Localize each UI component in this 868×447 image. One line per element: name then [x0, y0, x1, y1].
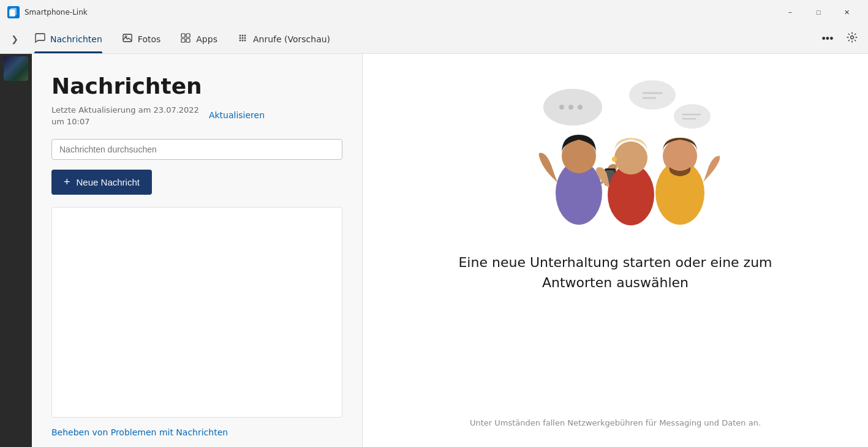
- svg-point-13: [241, 37, 243, 39]
- nachrichten-icon: [34, 32, 45, 46]
- nav-tabs: Nachrichten Fotos Apps: [25, 24, 817, 53]
- tab-anrufe-label: Anrufe (Vorschau): [253, 34, 330, 44]
- svg-point-16: [241, 39, 243, 41]
- anrufe-icon: [237, 32, 248, 46]
- plus-icon: +: [64, 176, 70, 189]
- tab-nachrichten[interactable]: Nachrichten: [25, 24, 112, 53]
- settings-button[interactable]: [841, 28, 863, 50]
- svg-rect-6: [186, 34, 190, 37]
- update-row: Letzte Aktualisierung am 23.07.2022 um 1…: [51, 103, 342, 127]
- app-icon: [7, 6, 20, 18]
- empty-state-text: Eine neue Unterhaltung starten oder eine…: [432, 252, 799, 293]
- more-icon: •••: [822, 32, 834, 45]
- last-update-text: Letzte Aktualisierung am 23.07.2022 um 1…: [51, 103, 199, 127]
- settings-icon: [846, 31, 858, 47]
- svg-point-24: [629, 80, 676, 110]
- svg-point-38: [612, 157, 617, 162]
- title-bar: Smartphone-Link − □ ✕: [0, 0, 868, 24]
- svg-point-21: [559, 105, 564, 110]
- svg-point-9: [239, 34, 241, 36]
- app-title: Smartphone-Link: [25, 8, 88, 17]
- update-time: um 10:07: [51, 117, 90, 126]
- tab-anrufe[interactable]: Anrufe (Vorschau): [227, 24, 340, 53]
- nav-back-chevron[interactable]: ❯: [5, 29, 25, 49]
- svg-point-40: [663, 139, 697, 173]
- window-controls: − □ ✕: [776, 2, 861, 22]
- sidebar-thumbnail: [0, 54, 32, 447]
- apps-icon: [180, 32, 191, 46]
- svg-point-18: [851, 36, 854, 39]
- svg-point-11: [244, 34, 246, 36]
- maximize-button[interactable]: □: [804, 2, 832, 22]
- close-button[interactable]: ✕: [832, 2, 861, 22]
- fotos-icon: [122, 32, 133, 46]
- search-input[interactable]: [59, 145, 334, 154]
- svg-point-22: [568, 105, 573, 110]
- svg-point-12: [239, 37, 241, 39]
- svg-rect-5: [181, 34, 185, 37]
- search-box[interactable]: [51, 139, 342, 160]
- main-content: Nachrichten Letzte Aktualisierung am 23.…: [0, 54, 868, 447]
- right-panel: Eine neue Unterhaltung starten oder eine…: [363, 54, 868, 447]
- svg-point-28: [674, 104, 711, 129]
- svg-point-23: [578, 105, 583, 110]
- svg-point-17: [244, 39, 246, 41]
- tab-fotos[interactable]: Fotos: [112, 24, 170, 53]
- refresh-link[interactable]: Aktualisieren: [209, 110, 265, 120]
- phone-thumbnail: [4, 56, 28, 81]
- new-message-label: Neue Nachricht: [77, 177, 140, 187]
- message-list: [51, 207, 342, 418]
- left-panel: Nachrichten Letzte Aktualisierung am 23.…: [32, 54, 363, 447]
- svg-rect-3: [123, 34, 132, 42]
- svg-rect-7: [181, 39, 185, 42]
- tab-fotos-label: Fotos: [138, 34, 160, 44]
- page-title: Nachrichten: [51, 73, 342, 99]
- nav-bar: ❯ Nachrichten Fotos: [0, 24, 868, 54]
- svg-point-10: [241, 34, 243, 36]
- problem-link[interactable]: Beheben von Problemen mit Nachrichten: [51, 427, 342, 447]
- footer-text: Unter Umständen fallen Netzwerkgebühren …: [470, 418, 761, 427]
- empty-state-illustration: [511, 73, 720, 233]
- svg-point-15: [239, 39, 241, 41]
- tab-apps[interactable]: Apps: [170, 24, 227, 53]
- more-options-button[interactable]: •••: [817, 28, 839, 50]
- svg-rect-8: [186, 39, 190, 42]
- svg-point-37: [614, 141, 647, 175]
- nav-right-actions: •••: [817, 28, 863, 50]
- tab-apps-label: Apps: [196, 34, 217, 44]
- minimize-button[interactable]: −: [776, 2, 804, 22]
- update-date: Letzte Aktualisierung am 23.07.2022: [51, 105, 199, 115]
- new-message-button[interactable]: + Neue Nachricht: [51, 170, 152, 195]
- tab-nachrichten-label: Nachrichten: [50, 34, 102, 44]
- svg-point-14: [244, 37, 246, 39]
